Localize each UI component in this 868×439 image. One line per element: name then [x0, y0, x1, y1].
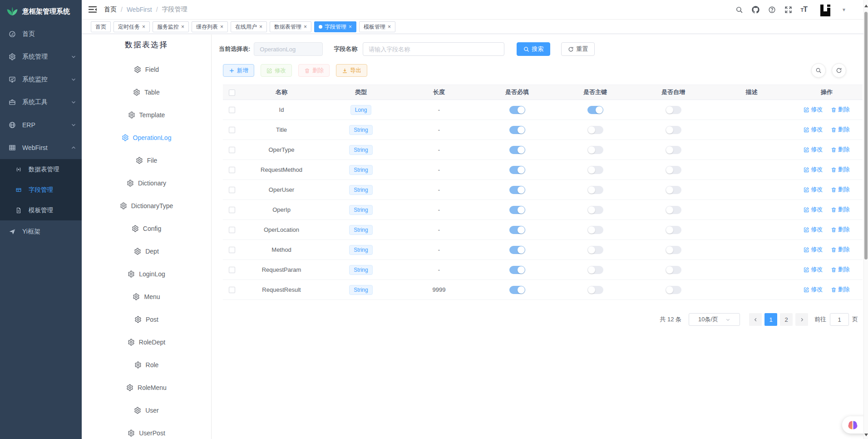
github-icon[interactable]	[752, 6, 760, 14]
required-toggle[interactable]	[509, 246, 525, 254]
scrollbar-thumb[interactable]	[864, 12, 868, 259]
edit-row-link[interactable]: 修改	[804, 285, 823, 294]
tree-item-menu[interactable]: Menu	[82, 285, 211, 308]
required-toggle[interactable]	[509, 166, 525, 174]
auto-increment-toggle[interactable]	[666, 266, 681, 274]
select-all-checkbox[interactable]	[229, 90, 235, 96]
required-toggle[interactable]	[509, 286, 525, 294]
tree-item-user[interactable]: User	[82, 399, 211, 422]
primary-key-toggle[interactable]	[587, 126, 603, 134]
tree-item-template[interactable]: Template	[82, 104, 211, 126]
add-button[interactable]: 新增	[223, 64, 254, 77]
row-checkbox[interactable]	[229, 267, 235, 273]
reset-button[interactable]: 重置	[561, 42, 595, 56]
tree-item-operationlog[interactable]: OperationLog	[82, 126, 211, 149]
tab-home[interactable]: 首页	[91, 21, 111, 32]
required-toggle[interactable]	[509, 206, 525, 214]
edit-row-link[interactable]: 修改	[804, 185, 823, 194]
help-icon[interactable]	[768, 6, 776, 14]
row-checkbox[interactable]	[229, 147, 235, 153]
hamburger-icon[interactable]	[89, 6, 97, 13]
primary-key-toggle[interactable]	[587, 206, 603, 214]
auto-increment-toggle[interactable]	[666, 146, 681, 154]
close-icon[interactable]: ×	[349, 24, 352, 30]
prev-page-button[interactable]	[749, 313, 762, 326]
row-checkbox[interactable]	[229, 287, 235, 293]
delete-row-link[interactable]: 删除	[831, 145, 850, 154]
column-search-button[interactable]	[811, 63, 826, 78]
auto-increment-toggle[interactable]	[666, 126, 681, 134]
next-page-button[interactable]	[795, 313, 808, 326]
close-icon[interactable]: ×	[220, 24, 223, 30]
close-icon[interactable]: ×	[259, 24, 262, 30]
auto-increment-toggle[interactable]	[666, 106, 681, 114]
delete-row-link[interactable]: 删除	[831, 125, 850, 134]
required-toggle[interactable]	[509, 226, 525, 234]
row-checkbox[interactable]	[229, 127, 235, 133]
tab-service-mon[interactable]: 服务监控 ×	[153, 21, 189, 32]
primary-key-toggle[interactable]	[587, 266, 603, 274]
field-name-input[interactable]	[363, 42, 504, 56]
tab-template-mgmt[interactable]: 模板管理 ×	[359, 21, 395, 32]
tab-table-mgmt[interactable]: 数据表管理 ×	[270, 21, 311, 32]
primary-key-toggle[interactable]	[587, 146, 603, 154]
required-toggle[interactable]	[509, 126, 525, 134]
edit-row-link[interactable]: 修改	[804, 105, 823, 114]
sidebar-item-table-mgmt[interactable]: 数据表管理	[0, 159, 82, 180]
row-checkbox[interactable]	[229, 227, 235, 233]
primary-key-toggle[interactable]	[587, 226, 603, 234]
tree-item-rolemenu[interactable]: RoleMenu	[82, 376, 211, 399]
edit-row-link[interactable]: 修改	[804, 125, 823, 134]
row-checkbox[interactable]	[229, 207, 235, 213]
primary-key-toggle[interactable]	[587, 246, 603, 254]
row-checkbox[interactable]	[229, 167, 235, 173]
close-icon[interactable]: ×	[388, 24, 391, 30]
sidebar-item-system-tools[interactable]: 系统工具	[0, 91, 82, 114]
page-button-1[interactable]: 1	[764, 313, 777, 326]
delete-row-link[interactable]: 删除	[831, 205, 850, 214]
delete-row-link[interactable]: 删除	[831, 285, 850, 294]
tree-item-post[interactable]: Post	[82, 308, 211, 331]
page-size-select[interactable]: 10条/页	[689, 313, 740, 326]
delete-row-link[interactable]: 删除	[831, 245, 850, 254]
row-checkbox[interactable]	[229, 187, 235, 193]
edit-row-link[interactable]: 修改	[804, 145, 823, 154]
delete-row-link[interactable]: 删除	[831, 225, 850, 234]
edit-row-link[interactable]: 修改	[804, 165, 823, 174]
tab-field-mgmt[interactable]: 字段管理 ×	[314, 21, 356, 32]
sidebar-item-webfirst[interactable]: WebFirst	[0, 136, 82, 159]
row-checkbox[interactable]	[229, 107, 235, 113]
required-toggle[interactable]	[509, 146, 525, 154]
delete-row-link[interactable]: 删除	[831, 105, 850, 114]
tree-item-file[interactable]: File	[82, 149, 211, 172]
auto-increment-toggle[interactable]	[666, 206, 681, 214]
search-icon[interactable]	[735, 6, 743, 14]
sidebar-item-template-mgmt[interactable]: 模板管理	[0, 200, 82, 220]
vertical-scrollbar[interactable]	[863, 0, 868, 439]
sidebar-item-erp[interactable]: ERP	[0, 114, 82, 136]
tree-item-roledept[interactable]: RoleDept	[82, 331, 211, 354]
scroll-up-arrow[interactable]	[864, 5, 868, 7]
sidebar-item-yi-framework[interactable]: Yi框架	[0, 220, 82, 243]
tree-item-field[interactable]: Field	[82, 58, 211, 81]
edit-row-link[interactable]: 修改	[804, 265, 823, 274]
close-icon[interactable]: ×	[304, 24, 307, 30]
required-toggle[interactable]	[509, 186, 525, 194]
auto-increment-toggle[interactable]	[666, 166, 681, 174]
edit-row-link[interactable]: 修改	[804, 245, 823, 254]
tree-item-config[interactable]: Config	[82, 217, 211, 240]
tree-item-userpost[interactable]: UserPost	[82, 422, 211, 439]
tree-item-dept[interactable]: Dept	[82, 240, 211, 263]
auto-increment-toggle[interactable]	[666, 226, 681, 234]
delete-row-link[interactable]: 删除	[831, 265, 850, 274]
font-size-icon[interactable]: TT	[801, 5, 808, 14]
tree-item-loginlog[interactable]: LoginLog	[82, 263, 211, 285]
avatar-logo[interactable]	[819, 3, 832, 16]
fullscreen-icon[interactable]	[784, 6, 792, 14]
tree-item-dictionarytype[interactable]: DictionaryType	[82, 195, 211, 217]
row-checkbox[interactable]	[229, 247, 235, 253]
logo-area[interactable]: 意框架管理系统	[0, 0, 82, 23]
search-button[interactable]: 搜索	[517, 42, 550, 56]
tab-cron[interactable]: 定时任务 ×	[113, 21, 150, 32]
tab-cache-list[interactable]: 缓存列表 ×	[192, 21, 228, 32]
